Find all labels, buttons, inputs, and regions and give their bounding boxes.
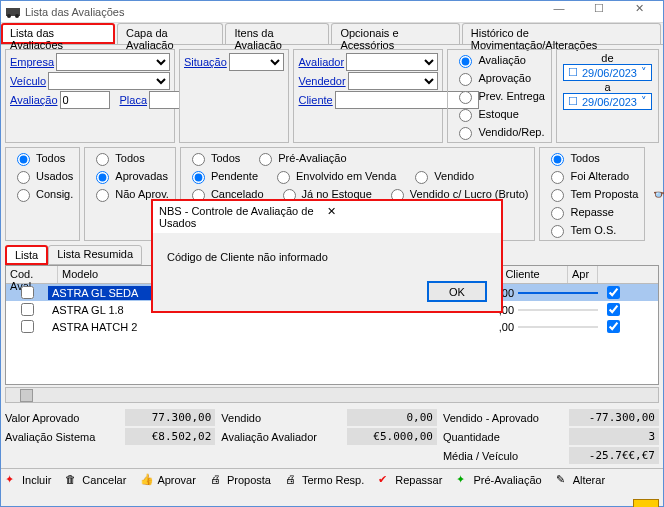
cancelar-button[interactable]: 🗑Cancelar <box>65 473 126 487</box>
aval-sistema-label: Avaliação Sistema <box>5 431 119 443</box>
radio-aprovacao[interactable]: Aprovação <box>454 70 544 86</box>
gerar-button[interactable]: 💾Gerar Arquivo <box>418 499 503 507</box>
situacao-label: Situação <box>184 56 227 68</box>
radio-s3-pendente[interactable]: Pendente <box>187 168 258 184</box>
situacao-select[interactable] <box>229 53 285 71</box>
row-checkbox[interactable] <box>21 286 34 299</box>
date-to[interactable]: ☐ 29/06/2023 ˅ <box>563 93 652 110</box>
summary-panel: Valor Aprovado 77.300,00 Vendido 0,00 Ve… <box>1 405 663 468</box>
dialog-titlebar: NBS - Controle de Avaliação de Usados ✕ <box>153 201 501 233</box>
apr-checkbox[interactable] <box>607 286 620 299</box>
radio-s4-foi-alt[interactable]: Foi Alterado <box>546 168 638 184</box>
app-window: Lista das Avaliações — ☐ ✕ Lista das Ava… <box>0 0 664 507</box>
repassar-button[interactable]: ✔Repassar <box>378 473 442 487</box>
radio-s2-aprovadas[interactable]: Aprovadas <box>91 168 169 184</box>
window-title: Lista das Avaliações <box>25 6 539 18</box>
tab-capa[interactable]: Capa da Avaliação <box>117 23 223 44</box>
valor-aprovado-label: Valor Aprovado <box>5 412 119 424</box>
row-checkbox[interactable] <box>21 320 34 333</box>
quantidade-value: 3 <box>569 428 659 445</box>
radio-s4-tem-os[interactable]: Tem O.S. <box>546 222 638 238</box>
vendedor-select[interactable] <box>348 72 439 90</box>
veiculo-select[interactable] <box>48 72 170 90</box>
radio-prev-entrega[interactable]: Prev. Entrega <box>454 88 544 104</box>
incluir-button[interactable]: ✦Incluir <box>5 473 51 487</box>
radio-s1-consig[interactable]: Consig. <box>12 186 73 202</box>
cliente-label: Cliente <box>298 94 332 106</box>
horizontal-scrollbar[interactable] <box>5 387 659 403</box>
media-value: -25.7€€,€7 <box>569 447 659 464</box>
dialog-ok-button[interactable]: OK <box>427 281 487 302</box>
reativar-button[interactable]: ♻Reativar <box>5 499 63 507</box>
radio-s3-todos[interactable]: Todos <box>187 150 240 166</box>
tab-historico[interactable]: Histórico de Movimentação/Alterações <box>462 23 661 44</box>
tab-itens[interactable]: Itens da Avaliação <box>225 23 329 44</box>
de-label: de <box>563 52 652 64</box>
vendido-value: 0,00 <box>347 409 437 426</box>
date-range: de ☐ 29/06/2023 ˅ a ☐ 29/06/2023 ˅ <box>556 49 659 143</box>
tab-opcionais[interactable]: Opcionais e Acessórios <box>331 23 459 44</box>
subtab-resumida[interactable]: Lista Resumida <box>48 245 142 265</box>
vendido-aprovado-value: -77.300,00 <box>569 409 659 426</box>
filter-bar: Empresa Veículo AvaliaçãoPlaca Situação … <box>1 45 663 147</box>
radio-estoque[interactable]: Estoque <box>454 106 544 122</box>
vendedor-label: Vendedor <box>298 75 345 87</box>
valor-aprovado-value: 77.300,00 <box>125 409 215 426</box>
radio-vendido-rep[interactable]: Vendido/Rep. <box>454 124 544 140</box>
maximize-button[interactable]: ☐ <box>579 2 619 22</box>
action-toolbar: ✦Incluir 🗑Cancelar 👍Aprovar 🖨Proposta 🖨T… <box>1 468 663 507</box>
receber-button[interactable]: 🖨Receber Usado <box>214 499 307 507</box>
aval-avaliador-value: €5.000,00 <box>347 428 437 445</box>
avaliador-select[interactable] <box>346 53 438 71</box>
troco-button[interactable]: 💰Troco <box>77 499 122 507</box>
a-label: a <box>563 81 652 93</box>
avaliacao-label: Avaliação <box>10 94 58 106</box>
svg-point-1 <box>7 14 11 18</box>
apr-checkbox[interactable] <box>607 320 620 333</box>
radio-avaliacao[interactable]: Avaliação <box>454 52 544 68</box>
titlebar: Lista das Avaliações — ☐ ✕ <box>1 1 663 23</box>
radio-s4-repasse[interactable]: Repasse <box>546 204 638 220</box>
radio-s1-usados[interactable]: Usados <box>12 168 73 184</box>
dialog-close-icon[interactable]: ✕ <box>327 205 495 229</box>
col-apr[interactable]: Apr <box>568 266 598 283</box>
app-icon <box>5 4 21 20</box>
media-label: Média / Veículo <box>443 450 563 462</box>
table-row[interactable]: ASTRA HATCH 2 ,00 <box>6 318 658 335</box>
radio-s1-todos[interactable]: Todos <box>12 150 73 166</box>
exit-icon[interactable] <box>633 499 659 507</box>
close-button[interactable]: ✕ <box>619 2 659 22</box>
type-radio-group: Avaliação Aprovação Prev. Entrega Estoqu… <box>447 49 551 143</box>
radio-s3-envolvido[interactable]: Envolvido em Venda <box>272 168 396 184</box>
radio-s4-todos[interactable]: Todos <box>546 150 638 166</box>
vai-repassar-button[interactable]: ✔Vai Repassar <box>322 499 404 507</box>
radio-s2-todos[interactable]: Todos <box>91 150 169 166</box>
empresa-select[interactable] <box>56 53 170 71</box>
radio-s3-pre[interactable]: Pré-Avaliação <box>254 150 346 166</box>
avaliador-label: Avaliador <box>298 56 344 68</box>
alterar-button[interactable]: ✎Alterar <box>556 473 605 487</box>
avaliacao-button[interactable]: 🖨Avaliação <box>136 499 201 507</box>
termo-button[interactable]: 🖨Termo Resp. <box>285 473 364 487</box>
apr-checkbox[interactable] <box>607 303 620 316</box>
radio-s4-tem-prop[interactable]: Tem Proposta <box>546 186 638 202</box>
avaliacao-input[interactable] <box>60 91 110 109</box>
minimize-button[interactable]: — <box>539 2 579 22</box>
dialog-title: NBS - Controle de Avaliação de Usados <box>159 205 327 229</box>
pre-aval-button[interactable]: ✦Pré-Avaliação <box>456 473 541 487</box>
empresa-label: Empresa <box>10 56 54 68</box>
radio-s3-vendido[interactable]: Vendido <box>410 168 474 184</box>
dialog-message: Código de Cliente não informado <box>153 233 501 281</box>
aprovar-button[interactable]: 👍Aprovar <box>140 473 196 487</box>
col-cod[interactable]: Cod. Aval <box>6 266 58 283</box>
veiculo-label: Veículo <box>10 75 46 87</box>
search-icon[interactable]: 👓 <box>653 185 664 204</box>
main-tabs: Lista das Avaliações Capa da Avaliação I… <box>1 23 663 45</box>
proposta-button[interactable]: 🖨Proposta <box>210 473 271 487</box>
placa-label: Placa <box>120 94 148 106</box>
subtab-lista[interactable]: Lista <box>5 245 48 265</box>
svg-point-2 <box>15 14 19 18</box>
row-checkbox[interactable] <box>21 303 34 316</box>
tab-lista-avaliacoes[interactable]: Lista das Avaliações <box>1 23 115 44</box>
date-from[interactable]: ☐ 29/06/2023 ˅ <box>563 64 652 81</box>
